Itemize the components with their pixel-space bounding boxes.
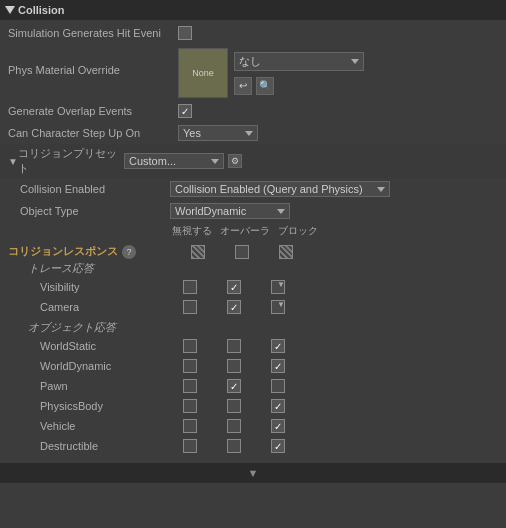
phys-material-label: Phys Material Override — [8, 48, 178, 76]
collision-panel: Collision Simulation Generates Hit Eveni… — [0, 0, 506, 483]
table-row: WorldStatic — [16, 336, 490, 356]
veh-cell-3 — [264, 419, 292, 433]
preset-row: ▼ コリジョンプリセット Custom... ⚙ — [0, 144, 506, 178]
collision-enabled-label: Collision Enabled — [20, 183, 170, 195]
pb-cell-1 — [176, 399, 204, 413]
table-row: Pawn — [16, 376, 490, 396]
dest-box-2[interactable] — [227, 439, 241, 453]
collision-enabled-dropdown[interactable]: Collision Enabled (Query and Physics) — [170, 181, 390, 197]
empty-box-1 — [235, 245, 249, 259]
veh-cell-1 — [176, 419, 204, 433]
wd-check-3[interactable] — [271, 359, 285, 373]
hatch-box-2 — [279, 245, 293, 259]
physicsbody-cells — [176, 399, 292, 413]
object-type-label: Object Type — [20, 205, 170, 217]
pawn-label: Pawn — [16, 380, 176, 392]
wd-box-1[interactable] — [183, 359, 197, 373]
dest-check-3[interactable] — [271, 439, 285, 453]
dest-box-1[interactable] — [183, 439, 197, 453]
table-row: Camera ▼ — [16, 297, 490, 317]
pawn-box-1[interactable] — [183, 379, 197, 393]
ws-box-1[interactable] — [183, 339, 197, 353]
pawn-check-2[interactable] — [227, 379, 241, 393]
veh-box-2[interactable] — [227, 419, 241, 433]
col-ignore-header: 無視する — [172, 224, 212, 238]
response-section-label: コリジョンレスポンス — [8, 244, 118, 259]
preset-value: Custom... — [129, 155, 176, 167]
table-row: WorldDynamic — [16, 356, 490, 376]
can-char-arrow — [245, 131, 253, 136]
cam-check-2[interactable] — [227, 300, 241, 314]
pb-cell-3 — [264, 399, 292, 413]
can-char-dropdown[interactable]: Yes — [178, 125, 258, 141]
preset-triangle: ▼ — [8, 156, 18, 167]
wd-box-2[interactable] — [227, 359, 241, 373]
collision-response-section: コリジョンレスポンス ? トレース応答 — [0, 240, 506, 461]
vis-box-1[interactable] — [183, 280, 197, 294]
physicsbody-label: PhysicsBody — [16, 400, 176, 412]
preset-edit-icon[interactable]: ⚙ — [228, 154, 242, 168]
generate-overlap-checkbox[interactable] — [178, 104, 192, 118]
object-type-dropdown[interactable]: WorldDynamic — [170, 203, 290, 219]
trace-label: トレース応答 — [28, 260, 490, 277]
wd-cell-1 — [176, 359, 204, 373]
veh-cell-2 — [220, 419, 248, 433]
phys-thumbnail[interactable]: None — [178, 48, 228, 98]
collision-enabled-value: Collision Enabled (Query and Physics) — [175, 183, 363, 195]
object-label: オブジェクト応答 — [28, 319, 490, 336]
object-type-value: WorldDynamic — [175, 205, 246, 217]
simulation-checkbox[interactable] — [178, 26, 192, 40]
help-icon[interactable]: ? — [122, 245, 136, 259]
cam-cell-2 — [220, 300, 248, 314]
object-type-control: WorldDynamic — [170, 203, 498, 219]
worldstatic-cells — [176, 339, 292, 353]
pawn-box-3[interactable] — [271, 379, 285, 393]
ws-cell-2 — [220, 339, 248, 353]
phys-back-btn[interactable]: ↩ — [234, 77, 252, 95]
collision-section-header[interactable]: Collision — [0, 0, 506, 20]
generate-overlap-control — [178, 104, 498, 118]
phys-dropdown[interactable]: なし — [234, 52, 364, 71]
dest-cell-1 — [176, 439, 204, 453]
hatch-cell-2 — [228, 245, 256, 259]
dest-cell-2 — [220, 439, 248, 453]
vis-box-3[interactable]: ▼ — [271, 280, 285, 294]
cam-box-3[interactable]: ▼ — [271, 300, 285, 314]
vis-check-2[interactable] — [227, 280, 241, 294]
table-row: Visibility ▼ — [16, 277, 490, 297]
camera-cells: ▼ — [176, 300, 292, 314]
pawn-cell-2 — [220, 379, 248, 393]
wd-cell-2 — [220, 359, 248, 373]
destructible-cells — [176, 439, 292, 453]
pb-box-1[interactable] — [183, 399, 197, 413]
ws-check-3[interactable] — [271, 339, 285, 353]
pb-box-2[interactable] — [227, 399, 241, 413]
pb-cell-2 — [220, 399, 248, 413]
simulation-row: Simulation Generates Hit Eveni — [0, 22, 506, 44]
phys-material-control: None なし ↩ 🔍 — [178, 48, 498, 98]
wd-cell-3 — [264, 359, 292, 373]
ws-cell-1 — [176, 339, 204, 353]
nav-arrow-down[interactable]: ▼ — [0, 463, 506, 483]
veh-box-1[interactable] — [183, 419, 197, 433]
simulation-control — [178, 26, 498, 40]
visibility-cells: ▼ — [176, 280, 292, 294]
veh-check-3[interactable] — [271, 419, 285, 433]
phys-right-controls: なし ↩ 🔍 — [234, 52, 364, 95]
phys-dropdown-arrow — [351, 59, 359, 64]
cam-cell-3: ▼ — [264, 300, 292, 314]
cam-box-1[interactable] — [183, 300, 197, 314]
pawn-cell-1 — [176, 379, 204, 393]
phys-search-btn[interactable]: 🔍 — [256, 77, 274, 95]
object-type-arrow — [277, 209, 285, 214]
destructible-label: Destructible — [16, 440, 176, 452]
preset-dropdown[interactable]: Custom... — [124, 153, 224, 169]
vehicle-label: Vehicle — [16, 420, 176, 432]
hatch-cell-1 — [184, 245, 212, 259]
collision-enabled-arrow — [377, 187, 385, 192]
object-type-row: Object Type WorldDynamic — [0, 200, 506, 222]
preset-arrow — [211, 159, 219, 164]
ws-box-2[interactable] — [227, 339, 241, 353]
section-title: Collision — [18, 4, 64, 16]
pb-check-3[interactable] — [271, 399, 285, 413]
